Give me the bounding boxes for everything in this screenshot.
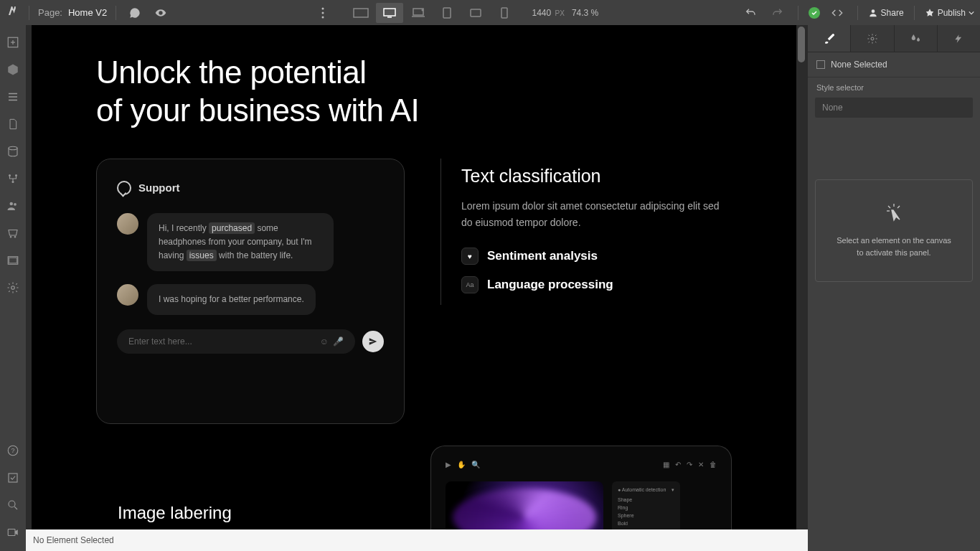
detection-panel: ● Automatic detection▾ Shape Ring Sphere… — [612, 481, 680, 529]
canvas-scrollbar[interactable] — [798, 25, 805, 529]
brush-icon — [823, 32, 836, 45]
breakpoint-mobile-landscape-icon[interactable] — [462, 3, 489, 23]
section-title: Text classification — [461, 166, 732, 187]
svg-point-20 — [9, 174, 11, 176]
page-name[interactable]: Home V2 — [68, 7, 107, 18]
components-icon[interactable] — [1, 57, 24, 83]
viewport-width[interactable]: 1440 PX 74.3 % — [532, 8, 599, 18]
ecommerce-icon[interactable] — [1, 220, 24, 246]
canvas[interactable]: Unlock the potential of your business wi… — [32, 25, 796, 529]
image-labeling-block[interactable]: Image labering Excepteur sint occaecat c… — [96, 446, 362, 529]
publish-button[interactable]: Publish — [925, 8, 974, 18]
search-icon[interactable] — [1, 492, 24, 518]
svg-point-24 — [14, 203, 17, 206]
close-tool-icon: ✕ — [698, 461, 704, 468]
undo-tool-icon: ↶ — [675, 461, 681, 468]
svg-rect-11 — [501, 8, 507, 18]
support-title: Support — [138, 182, 180, 194]
publish-label: Publish — [938, 8, 966, 18]
chevron-down-icon — [969, 10, 974, 16]
svg-rect-26 — [9, 258, 17, 263]
svg-rect-30 — [9, 474, 17, 482]
share-label: Share — [881, 8, 904, 18]
breakpoint-laptop-icon[interactable] — [405, 3, 432, 23]
px-label: PX — [555, 9, 565, 17]
image-editor-card[interactable]: ▶ ✋ 🔍 ▦ ↶ ↷ ✕ 🗑 — [430, 446, 732, 529]
panel-item: Shape — [618, 496, 674, 504]
cms-icon[interactable] — [1, 138, 24, 164]
zoom-value: 74.3 % — [572, 8, 598, 18]
play-icon: ▶ — [446, 461, 451, 468]
heart-icon: ♥ — [461, 248, 479, 265]
lightning-icon — [953, 32, 963, 45]
none-selected-label: None Selected — [831, 60, 887, 70]
options-dots-icon[interactable] — [313, 3, 333, 23]
chat-input: Enter text here... ☺🎤 — [117, 329, 355, 354]
svg-point-12 — [871, 9, 875, 13]
scrollbar-thumb[interactable] — [798, 27, 805, 62]
pages-icon[interactable] — [1, 111, 24, 137]
panel-item: Sphere — [618, 512, 674, 519]
support-card[interactable]: Support Hi, I recently purchased some he… — [96, 159, 405, 424]
style-selector-label: Style selector — [808, 77, 980, 95]
style-panel: None Selected Style selector None Select… — [808, 25, 980, 551]
droplets-icon — [910, 33, 921, 44]
svg-point-19 — [9, 146, 17, 150]
feature-label: Language processing — [487, 278, 613, 292]
chevron-down-icon: ▾ — [672, 487, 674, 493]
svg-text:?: ? — [11, 447, 14, 454]
breakpoint-mobile-icon[interactable] — [491, 3, 518, 23]
hero-heading[interactable]: Unlock the potential of your business wi… — [96, 54, 732, 130]
text-classification-block[interactable]: Text classification Lorem ipsum dolor si… — [440, 159, 732, 306]
navigator-icon[interactable] — [1, 84, 24, 110]
style-tab[interactable] — [808, 25, 851, 52]
svg-line-36 — [888, 206, 890, 208]
svg-point-0 — [321, 7, 324, 9]
interactions-tab[interactable] — [895, 25, 938, 52]
settings-icon[interactable] — [1, 275, 24, 301]
emoji-icon: ☺ — [320, 336, 329, 347]
code-icon[interactable] — [827, 3, 847, 23]
help-icon[interactable]: ? — [1, 438, 24, 463]
page-label: Page: — [38, 7, 62, 18]
effects-tab[interactable] — [938, 25, 980, 52]
share-button[interactable]: Share — [868, 8, 904, 18]
style-selector-input[interactable]: None — [815, 98, 973, 118]
webflow-logo[interactable] — [6, 6, 20, 20]
redo-tool-icon: ↷ — [687, 461, 692, 468]
svg-point-22 — [12, 181, 14, 183]
feature-item: Aa Language processing — [461, 276, 732, 293]
undo-icon[interactable] — [740, 3, 760, 23]
logic-icon[interactable] — [1, 166, 24, 192]
settings-tab[interactable] — [851, 25, 894, 52]
empty-state: Select an element on the canvas to activ… — [815, 179, 973, 282]
breakpoint-xl-icon[interactable] — [347, 3, 374, 23]
feature-label: Sentiment analysis — [487, 249, 598, 263]
svg-point-2 — [321, 16, 324, 18]
input-placeholder: Enter text here... — [128, 336, 192, 347]
audit-icon[interactable] — [1, 465, 24, 491]
users-icon[interactable] — [1, 193, 24, 219]
assets-icon[interactable] — [1, 248, 24, 273]
status-ok-icon[interactable] — [809, 7, 820, 19]
breakpoint-tablet-icon[interactable] — [433, 3, 461, 23]
svg-point-23 — [10, 202, 14, 206]
chat-message-1: Hi, I recently purchased some headphones… — [147, 213, 334, 272]
status-bar: No Element Selected — [26, 529, 808, 551]
comments-icon[interactable] — [125, 3, 145, 23]
svg-point-34 — [871, 37, 874, 40]
svg-point-31 — [9, 501, 15, 507]
hero-line2: of your business with AI — [96, 93, 419, 128]
panel-item: Ring — [618, 504, 674, 512]
svg-rect-33 — [8, 529, 15, 536]
trash-icon: 🗑 — [710, 461, 717, 468]
preview-icon[interactable] — [151, 3, 171, 23]
breakpoint-desktop-icon[interactable] — [376, 3, 403, 23]
video-icon[interactable] — [1, 519, 24, 545]
add-element-icon[interactable] — [1, 29, 24, 55]
redo-icon[interactable] — [768, 3, 788, 23]
none-selected-row: None Selected — [816, 60, 971, 70]
chat-bubble-icon — [117, 181, 131, 195]
svg-rect-10 — [471, 9, 481, 17]
send-button — [362, 331, 384, 352]
